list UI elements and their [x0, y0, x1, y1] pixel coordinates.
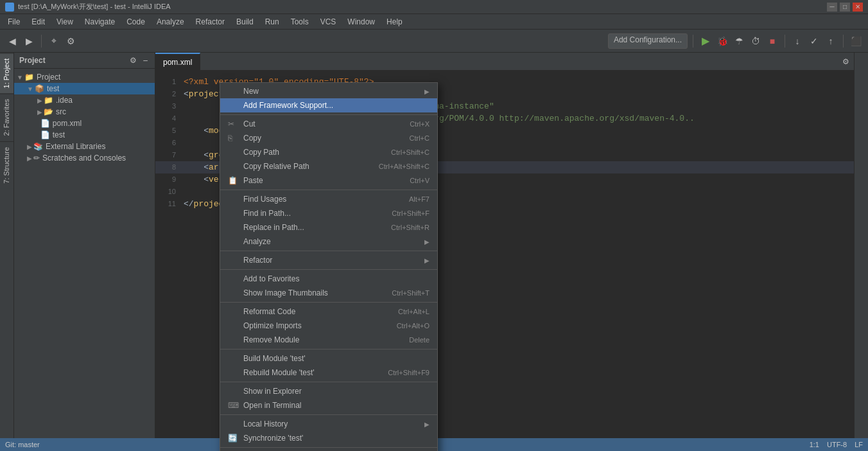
tree-label: src — [56, 107, 66, 116]
ctx-item-build-module[interactable]: Build Module 'test' — [220, 351, 437, 366]
ctx-item-find-usages[interactable]: Find Usages Alt+F7 — [220, 192, 437, 206]
run-config-dropdown[interactable]: Add Configuration... — [608, 33, 688, 49]
sidebar-tab-favorites[interactable]: 2: Favorites — [0, 93, 13, 141]
tree-item-external-libs[interactable]: ▶ 📚 External Libraries — [14, 141, 155, 152]
back-button[interactable]: ◀ — [5, 34, 19, 48]
ctx-label: Show in Explorer — [243, 387, 430, 396]
tree-item-scratches[interactable]: ▶ ✏ Scratches and Consoles — [14, 152, 155, 164]
minimize-button[interactable]: ─ — [827, 3, 837, 12]
menu-build[interactable]: Build — [231, 16, 259, 28]
navigate-button[interactable]: ⌖ — [47, 34, 61, 48]
menu-analyze[interactable]: Analyze — [152, 16, 189, 28]
tree-item-project-root[interactable]: ▼ 📁 Project — [14, 71, 155, 83]
run-button[interactable]: ▶ — [699, 34, 713, 48]
forward-button[interactable]: ▶ — [22, 34, 36, 48]
settings-button[interactable]: ⚙ — [64, 34, 78, 48]
ctx-item-show-explorer[interactable]: Show in Explorer — [220, 384, 437, 398]
ctx-label: Add to Favorites — [243, 274, 430, 283]
menu-tools[interactable]: Tools — [286, 16, 314, 28]
ctx-item-new[interactable]: New — [220, 84, 437, 98]
ctx-shortcut: Ctrl+Alt+Shift+C — [379, 163, 430, 170]
project-folder-icon: 📁 — [24, 73, 34, 82]
tree-expand-icon: ▶ — [27, 155, 32, 162]
ctx-submenu-arrow — [422, 237, 430, 246]
ctx-sep6 — [220, 349, 437, 349]
project-panel: Project ⚙ – ▼ 📁 Project ▼ 📦 test — [14, 53, 155, 451]
ctx-item-optimize[interactable]: Optimize Imports Ctrl+Alt+O — [220, 319, 437, 333]
panel-gear-button[interactable]: ⚙ — [128, 55, 139, 66]
ctx-item-find-path[interactable]: Find in Path... Ctrl+Shift+F — [220, 206, 437, 220]
ctx-item-cut[interactable]: ✂ Cut Ctrl+X — [220, 117, 437, 131]
ctx-submenu-arrow — [422, 256, 430, 265]
ctx-item-copy[interactable]: ⎘ Copy Ctrl+C — [220, 131, 437, 145]
vcs-commit-button[interactable]: ✓ — [807, 34, 821, 48]
menu-edit[interactable]: Edit — [26, 16, 50, 28]
ctx-item-open-terminal[interactable]: ⌨ Open in Terminal — [220, 398, 437, 412]
project-tree: ▼ 📁 Project ▼ 📦 test ▶ 📁 .idea ▶ — [14, 69, 155, 451]
ctx-item-analyze[interactable]: Analyze — [220, 234, 437, 249]
tree-label: .idea — [56, 96, 73, 105]
sidebar-tab-project[interactable]: 1: Project — [0, 53, 13, 93]
debug-button[interactable]: 🐞 — [715, 34, 729, 48]
ctx-item-replace-path[interactable]: Replace in Path... Ctrl+Shift+R — [220, 220, 437, 234]
menu-bar: File Edit View Navigate Code Analyze Ref… — [0, 14, 868, 30]
ctx-item-reformat[interactable]: Reformat Code Ctrl+Alt+L — [220, 305, 437, 319]
tree-item-pom[interactable]: 📄 pom.xml — [14, 118, 155, 129]
ctx-item-paste[interactable]: 📋 Paste Ctrl+V — [220, 173, 437, 188]
tree-item-idea[interactable]: ▶ 📁 .idea — [14, 94, 155, 106]
ctx-item-remove-module[interactable]: Remove Module Delete — [220, 333, 437, 347]
ctx-label: Find in Path... — [243, 209, 384, 218]
tab-pom-xml[interactable]: pom.xml — [155, 53, 200, 71]
vcs-push-button[interactable]: ↑ — [824, 34, 838, 48]
tree-label: External Libraries — [46, 142, 105, 151]
ctx-item-refactor[interactable]: Refactor — [220, 253, 437, 267]
menu-navigate[interactable]: Navigate — [80, 16, 120, 28]
folder-icon: 📁 — [44, 96, 53, 105]
ctx-shortcut: Ctrl+Shift+F9 — [388, 369, 430, 376]
ctx-item-add-framework[interactable]: Add Framework Support... — [220, 98, 437, 112]
tree-item-test-module[interactable]: ▼ 📦 test — [14, 83, 155, 94]
sidebar-tab-structure[interactable]: 7: Structure — [0, 141, 13, 189]
close-button[interactable]: ✕ — [853, 3, 863, 12]
ctx-item-thumbnails[interactable]: Show Image Thumbnails Ctrl+Shift+T — [220, 286, 437, 300]
menu-run[interactable]: Run — [260, 16, 284, 28]
ctx-label: Cut — [243, 119, 402, 128]
menu-vcs[interactable]: VCS — [315, 16, 342, 28]
vcs-update-button[interactable]: ↓ — [790, 34, 804, 48]
ctx-item-synchronize[interactable]: 🔄 Synchronize 'test' — [220, 431, 437, 445]
menu-window[interactable]: Window — [342, 16, 380, 28]
ctx-shortcut: Delete — [409, 336, 430, 344]
ctx-item-add-favorites[interactable]: Add to Favorites — [220, 272, 437, 286]
menu-help[interactable]: Help — [381, 16, 408, 28]
ctx-submenu-arrow — [422, 87, 430, 96]
menu-file[interactable]: File — [3, 16, 25, 28]
ctx-label: Reformat Code — [243, 307, 390, 316]
editor-settings-button[interactable]: ⚙ — [840, 57, 851, 67]
panel-minimize-button[interactable]: – — [141, 55, 150, 66]
ctx-item-local-history[interactable]: Local History — [220, 417, 437, 431]
tree-item-src[interactable]: ▶ 📂 src — [14, 106, 155, 118]
ctx-item-rebuild-module[interactable]: Rebuild Module 'test' Ctrl+Shift+F9 — [220, 366, 437, 380]
left-sidebar-tabs: 1: Project 2: Favorites 7: Structure — [0, 53, 14, 451]
status-vcs: Git: master — [5, 441, 40, 448]
ctx-cut-icon: ✂ — [228, 119, 241, 128]
coverage-button[interactable]: ☂ — [732, 34, 746, 48]
maximize-button[interactable]: □ — [840, 3, 850, 12]
ctx-label: Rebuild Module 'test' — [243, 368, 380, 377]
window-controls: ─ □ ✕ — [827, 3, 863, 12]
stop-button[interactable]: ■ — [765, 34, 779, 48]
xml-file-icon: 📄 — [40, 119, 50, 128]
terminal-button[interactable]: ⬛ — [849, 34, 863, 48]
profile-button[interactable]: ⏱ — [749, 34, 763, 48]
ctx-item-copy-rel-path[interactable]: Copy Relative Path Ctrl+Alt+Shift+C — [220, 159, 437, 173]
ctx-label: Find Usages — [243, 195, 401, 204]
menu-refactor[interactable]: Refactor — [191, 16, 230, 28]
menu-code[interactable]: Code — [121, 16, 150, 28]
ctx-label: Refactor — [243, 256, 419, 265]
ctx-item-copy-path[interactable]: Copy Path Ctrl+Shift+C — [220, 145, 437, 159]
window-title: test [D:\A_MyWork\开发\test] - test - Inte… — [18, 2, 827, 12]
menu-view[interactable]: View — [51, 16, 78, 28]
ctx-label: Analyze — [243, 237, 419, 246]
ctx-sep8 — [220, 414, 437, 415]
tree-item-test-file[interactable]: 📄 test — [14, 129, 155, 141]
